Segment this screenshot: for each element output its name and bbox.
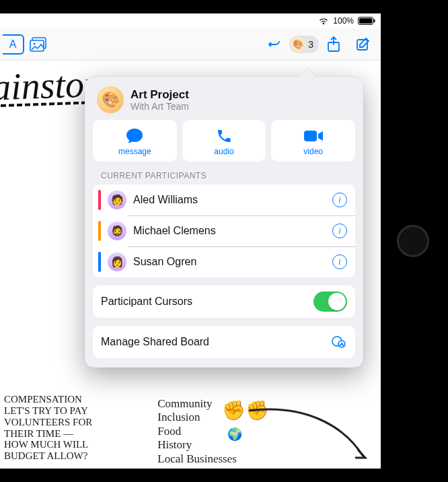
cursor-color-indicator [98, 252, 101, 272]
cursor-color-indicator [98, 221, 101, 241]
screen: 100% A [0, 13, 381, 469]
collaboration-pill[interactable]: 🎨 3 [289, 36, 319, 53]
phone-icon [216, 126, 232, 146]
toolbar: A 🎨 3 [0, 28, 381, 61]
participant-cursors-row: Participant Cursors [93, 285, 355, 318]
contact-actions-row: message audio video [93, 120, 355, 162]
format-tab-label: A [9, 38, 17, 50]
battery-percent-label: 100% [333, 16, 354, 26]
ipad-frame: 100% A [0, 0, 448, 482]
popover-title: Art Project [130, 88, 189, 102]
participants-list: 🧑 Aled Williams i 🧔 Michael Clemens i 👩 … [93, 184, 355, 277]
sticker-globe: 🌍 [227, 427, 242, 442]
media-button[interactable] [24, 30, 54, 59]
participant-name: Aled Williams [133, 194, 326, 206]
participant-row[interactable]: 👩 Susan Ogren i [93, 246, 355, 277]
participant-avatar: 🧔 [108, 221, 126, 240]
participants-section-label: Current Participants [101, 171, 347, 180]
audio-button[interactable]: audio [182, 120, 266, 162]
participant-cursors-label: Participant Cursors [101, 296, 313, 308]
format-tab[interactable]: A [3, 34, 24, 55]
participant-name: Susan Ogren [133, 256, 326, 268]
message-icon [125, 126, 144, 146]
video-icon [303, 126, 324, 146]
home-button[interactable] [397, 225, 429, 257]
manage-shared-board-label: Manage Shared Board [101, 336, 330, 348]
message-button[interactable]: message [93, 120, 177, 162]
handwriting-notes-block: Compensation Let's try to pay volunteers… [4, 394, 92, 462]
info-icon[interactable]: i [332, 193, 347, 207]
info-icon[interactable]: i [332, 223, 347, 238]
video-button[interactable]: video [271, 120, 355, 162]
svg-rect-8 [304, 131, 317, 141]
participant-row[interactable]: 🧔 Michael Clemens i [93, 215, 355, 246]
popover-subtitle: With Art Team [130, 101, 189, 112]
participant-avatar: 🧑 [108, 191, 126, 209]
wifi-icon [318, 17, 329, 25]
hand-drawn-arrow [242, 404, 377, 464]
info-icon[interactable]: i [332, 254, 347, 269]
board-avatar-palette-icon: 🎨 [97, 86, 124, 113]
svg-rect-1 [359, 18, 372, 24]
share-button[interactable] [319, 30, 348, 59]
compose-button[interactable] [348, 30, 378, 59]
video-label: video [303, 147, 323, 156]
participant-cursors-switch[interactable] [313, 291, 347, 312]
undo-button[interactable] [260, 30, 289, 59]
message-label: message [118, 147, 151, 156]
manage-shared-board-row[interactable]: Manage Shared Board [93, 326, 355, 358]
collaboration-icon [330, 333, 347, 351]
battery-icon [358, 17, 375, 25]
svg-point-5 [34, 42, 36, 44]
participant-row[interactable]: 🧑 Aled Williams i [93, 184, 355, 215]
audio-label: audio [214, 147, 233, 156]
svg-rect-2 [374, 20, 375, 23]
collaboration-popover: 🎨 Art Project With Art Team message [85, 77, 363, 368]
popover-header: 🎨 Art Project With Art Team [93, 85, 355, 120]
participant-name: Michael Clemens [133, 225, 326, 237]
participant-avatar: 👩 [108, 252, 126, 271]
palette-icon: 🎨 [291, 37, 305, 52]
status-bar: 100% [0, 13, 381, 28]
collaboration-count: 3 [308, 39, 313, 50]
cursor-color-indicator [98, 190, 101, 210]
